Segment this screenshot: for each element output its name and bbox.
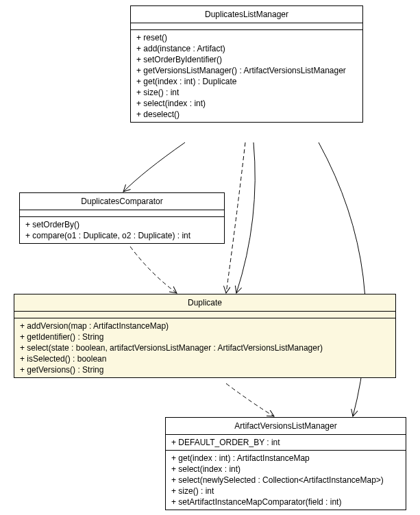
attributes-section (131, 23, 362, 30)
method-item: + size() : int (171, 486, 400, 497)
attributes-section: + DEFAULT_ORDER_BY : int (166, 435, 406, 451)
method-item: + setOrderByIdentifier() (136, 54, 357, 65)
attribute-item: + DEFAULT_ORDER_BY : int (171, 437, 400, 448)
class-duplicates-comparator[interactable]: DuplicatesComparator + setOrderBy() + co… (19, 192, 225, 244)
attributes-section (20, 210, 224, 217)
class-duplicate[interactable]: Duplicate + addVersion(map : ArtifactIns… (14, 294, 396, 378)
methods-section: + setOrderBy() + compare(o1 : Duplicate,… (20, 217, 224, 243)
attributes-section (14, 312, 395, 318)
method-item: + addVersion(map : ArtifactInstanceMap) (20, 321, 390, 331)
class-artifact-versions-list-manager[interactable]: ArtifactVersionsListManager + DEFAULT_OR… (165, 417, 406, 510)
method-item: + compare(o1 : Duplicate, o2 : Duplicate… (25, 230, 219, 241)
method-item: + get(index : int) : ArtifactInstanceMap (171, 453, 400, 464)
class-title: DuplicatesComparator (20, 193, 224, 210)
class-title: DuplicatesListManager (131, 6, 362, 23)
method-item: + getIdentifier() : String (20, 331, 390, 342)
method-item: + size() : int (136, 87, 357, 98)
method-item: + select(newlySelected : Collection<Arti… (171, 475, 400, 486)
method-item: + setArtifactInstanceMapComparator(field… (171, 497, 400, 507)
method-item: + deselect() (136, 109, 357, 120)
class-duplicates-list-manager[interactable]: DuplicatesListManager + reset() + add(in… (130, 5, 363, 123)
method-item: + select(index : int) (171, 464, 400, 475)
class-title: Duplicate (14, 294, 395, 312)
method-item: + isSelected() : boolean (20, 353, 390, 364)
methods-section: + addVersion(map : ArtifactInstanceMap) … (14, 318, 395, 377)
methods-section: + get(index : int) : ArtifactInstanceMap… (166, 451, 406, 510)
method-item: + setOrderBy() (25, 219, 219, 230)
method-item: + select(index : int) (136, 98, 357, 109)
methods-section: + reset() + add(instance : Artifact) + s… (131, 30, 362, 122)
method-item: + reset() (136, 32, 357, 43)
method-item: + add(instance : Artifact) (136, 43, 357, 54)
method-item: + get(index : int) : Duplicate (136, 76, 357, 87)
method-item: + getVersions() : String (20, 364, 390, 375)
class-title: ArtifactVersionsListManager (166, 418, 406, 435)
method-item: + getVersionsListManager() : ArtifactVer… (136, 65, 357, 76)
method-item: + select(state : boolean, artifactVersio… (20, 342, 390, 353)
